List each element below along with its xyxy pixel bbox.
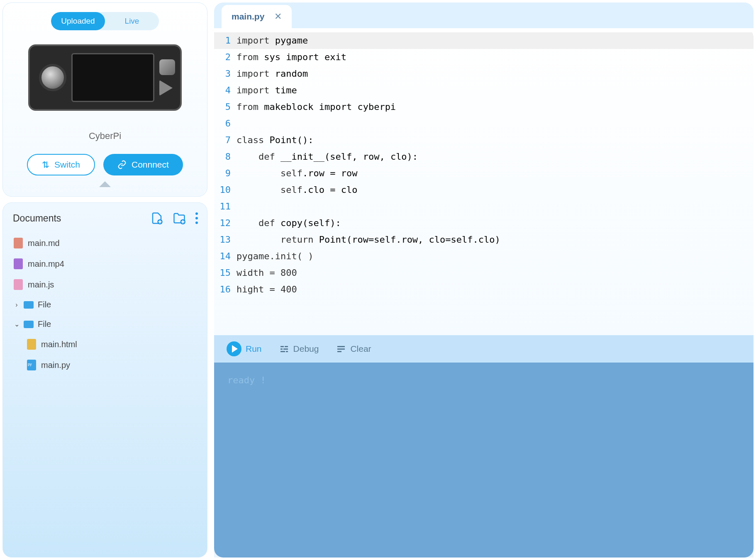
mode-live[interactable]: Live	[105, 12, 159, 30]
editor-area: 1import pygame2from sys import exit3impo…	[214, 28, 754, 558]
folder-item[interactable]: ⌄File	[10, 314, 202, 334]
new-file-icon[interactable]	[151, 212, 163, 224]
folder-icon	[24, 321, 34, 328]
clear-label: Clear	[350, 344, 371, 354]
run-label: Run	[246, 344, 262, 354]
file-tree: main.md main.mp4 main.js ›File ⌄File mai…	[10, 233, 202, 375]
file-name: main.mp4	[28, 259, 64, 269]
connect-label: Connnect	[132, 160, 169, 170]
svg-rect-8	[337, 346, 345, 347]
svg-rect-10	[337, 351, 341, 352]
file-item[interactable]: main.md	[10, 233, 202, 253]
file-item[interactable]: main.mp4	[10, 253, 202, 274]
code-line[interactable]: 14pygame.init( )	[214, 248, 754, 265]
chevron-right-icon: ›	[14, 301, 20, 309]
debug-button[interactable]: Debug	[279, 344, 319, 354]
more-menu-icon[interactable]	[195, 212, 198, 224]
play-icon	[227, 341, 241, 356]
code-line[interactable]: 15width = 800	[214, 265, 754, 281]
collapse-caret-icon[interactable]	[99, 181, 111, 187]
swap-icon: ⇄	[41, 161, 51, 168]
svg-rect-4	[280, 348, 283, 350]
chevron-down-icon: ⌄	[14, 320, 20, 328]
console-text: ready !	[227, 375, 266, 385]
code-editor[interactable]: 1import pygame2from sys import exit3impo…	[214, 28, 754, 335]
svg-rect-3	[285, 346, 288, 347]
folder-item[interactable]: ›File	[10, 295, 202, 314]
code-line[interactable]: 13 return Point(row=self.row, clo=self.c…	[214, 231, 754, 248]
py-file-icon	[27, 360, 36, 370]
switch-button[interactable]: ⇄ Switch	[27, 154, 95, 175]
svg-rect-9	[337, 348, 345, 350]
run-button[interactable]: Run	[227, 341, 262, 356]
code-line[interactable]: 6	[214, 115, 754, 132]
link-icon	[117, 160, 127, 169]
tab-title: main.py	[232, 12, 264, 22]
code-line[interactable]: 11	[214, 198, 754, 215]
code-line[interactable]: 2from sys import exit	[214, 49, 754, 66]
documents-panel: Documents main.md main.mp4 main.js ›File…	[2, 202, 207, 558]
editor-tabbar: main.py ✕	[214, 2, 754, 28]
code-line[interactable]: 5from makeblock import cyberpi	[214, 99, 754, 115]
code-line[interactable]: 4import time	[214, 82, 754, 99]
clear-button[interactable]: Clear	[336, 344, 371, 354]
device-panel: Uploaded Live CyberPi ⇄ Switch Connnect	[2, 2, 207, 197]
code-line[interactable]: 12 def copy(self):	[214, 215, 754, 231]
file-name: main.html	[41, 340, 77, 349]
folder-name: File	[38, 319, 51, 329]
js-file-icon	[14, 279, 23, 290]
html-file-icon	[27, 339, 36, 350]
code-line[interactable]: 3import random	[214, 66, 754, 82]
file-item[interactable]: main.js	[10, 274, 202, 295]
md-file-icon	[14, 238, 23, 248]
svg-rect-5	[283, 348, 288, 350]
debug-icon	[279, 344, 289, 354]
mp4-file-icon	[14, 258, 23, 269]
folder-icon	[24, 301, 34, 309]
file-name: main.md	[28, 239, 60, 248]
close-icon[interactable]: ✕	[274, 11, 282, 22]
file-name: main.py	[41, 360, 70, 370]
file-item[interactable]: main.html	[10, 334, 202, 355]
switch-label: Switch	[54, 160, 80, 170]
console-output: ready !	[214, 363, 754, 558]
code-line[interactable]: 10 self.clo = clo	[214, 182, 754, 198]
file-item[interactable]: main.py	[10, 355, 202, 375]
clear-icon	[336, 344, 346, 354]
mode-uploaded[interactable]: Uploaded	[51, 12, 105, 30]
action-bar: Run Debug Clear	[214, 335, 754, 363]
svg-rect-2	[280, 346, 284, 347]
device-image	[28, 44, 182, 111]
code-line[interactable]: 1import pygame	[214, 32, 754, 49]
code-line[interactable]: 7class Point():	[214, 132, 754, 149]
code-line[interactable]: 9 self.row = row	[214, 165, 754, 182]
device-name: CyberPi	[89, 131, 121, 141]
code-line[interactable]: 8 def __init__(self, row, clo):	[214, 149, 754, 165]
editor-tab[interactable]: main.py ✕	[222, 5, 292, 28]
folder-name: File	[38, 300, 51, 309]
svg-rect-6	[280, 351, 285, 352]
debug-label: Debug	[293, 344, 319, 354]
file-name: main.js	[28, 280, 54, 290]
connect-button[interactable]: Connnect	[103, 154, 183, 175]
documents-title: Documents	[13, 213, 61, 224]
new-folder-icon[interactable]	[173, 212, 185, 224]
code-line[interactable]: 16hight = 400	[214, 281, 754, 298]
mode-toggle: Uploaded Live	[51, 12, 159, 30]
svg-rect-7	[286, 351, 288, 352]
